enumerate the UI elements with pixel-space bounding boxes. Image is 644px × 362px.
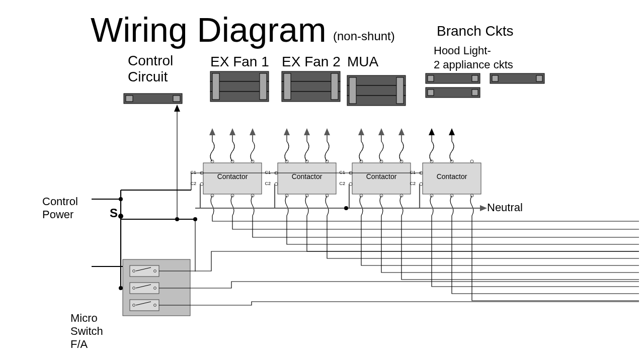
label-hood-light-2: 2 appliance ckts (434, 58, 513, 71)
breaker-branch-a (426, 73, 480, 83)
label-control-circuit-2: Circuit (128, 69, 168, 84)
svg-rect-26 (536, 75, 542, 81)
label-micro-3: F/A (70, 338, 88, 350)
contactor-1: Contactor C1 C2 (190, 160, 262, 197)
title-main: Wiring Diagram (91, 11, 327, 49)
label-control-power-2: Power (42, 208, 73, 221)
breaker-branch-c (490, 73, 544, 83)
svg-rect-2 (173, 96, 180, 102)
svg-rect-7 (260, 73, 267, 100)
svg-text:C1: C1 (339, 170, 345, 175)
label-neutral: Neutral (487, 201, 523, 214)
svg-marker-89 (229, 128, 235, 135)
svg-marker-92 (304, 128, 310, 135)
svg-rect-19 (428, 75, 434, 81)
label-ex-fan-2: EX Fan 2 (282, 54, 341, 69)
svg-text:C2: C2 (339, 181, 345, 186)
label-s: S (110, 206, 118, 220)
svg-rect-1 (126, 96, 133, 102)
breaker-branch-b (426, 87, 480, 98)
label-control-power-1: Control (42, 195, 78, 208)
svg-point-120 (344, 206, 348, 210)
svg-rect-20 (472, 75, 478, 81)
svg-text:Contactor: Contactor (437, 172, 467, 180)
svg-text:Contactor: Contactor (366, 172, 397, 180)
micro-switch-block (123, 259, 190, 316)
breaker-exfan2 (282, 71, 340, 102)
svg-marker-94 (358, 128, 364, 135)
svg-rect-6 (212, 73, 219, 100)
svg-marker-91 (284, 128, 290, 135)
svg-point-110 (175, 217, 179, 221)
svg-point-105 (119, 286, 123, 290)
svg-rect-25 (492, 75, 498, 81)
output-arrows (209, 128, 455, 161)
svg-marker-95 (378, 128, 384, 135)
breaker-mua (347, 75, 406, 106)
svg-rect-36 (130, 300, 159, 311)
bottom-bus (211, 196, 639, 301)
svg-text:C1: C1 (410, 170, 416, 175)
svg-text:Contactor: Contactor (217, 172, 248, 180)
label-micro-2: Switch (70, 325, 103, 337)
svg-rect-16 (349, 77, 356, 104)
svg-rect-23 (472, 89, 478, 96)
svg-marker-98 (449, 128, 455, 135)
contactor-2: Contactor C1 C2 (265, 160, 336, 197)
svg-text:Contactor: Contactor (292, 172, 323, 180)
svg-marker-90 (250, 128, 256, 135)
svg-marker-100 (174, 105, 180, 112)
svg-text:C2: C2 (265, 181, 271, 186)
svg-point-80 (470, 160, 473, 163)
label-control-circuit-1: Control (128, 53, 173, 68)
label-mua: MUA (347, 54, 379, 69)
svg-marker-96 (398, 128, 405, 135)
svg-marker-88 (209, 128, 215, 135)
svg-text:C1: C1 (265, 170, 271, 175)
label-branch-ckts: Branch Ckts (437, 23, 514, 39)
svg-rect-32 (130, 283, 159, 294)
breaker-exfan1 (210, 71, 269, 102)
svg-point-104 (118, 214, 123, 219)
svg-rect-12 (331, 73, 338, 100)
svg-rect-17 (396, 77, 404, 104)
svg-text:C2: C2 (410, 181, 416, 186)
svg-rect-22 (428, 89, 434, 96)
breaker-control (124, 94, 182, 104)
label-hood-light-1: Hood Light- (434, 44, 491, 57)
svg-rect-28 (130, 265, 159, 277)
control-up (174, 105, 180, 219)
svg-marker-119 (480, 205, 487, 211)
micro-runs (159, 219, 639, 305)
svg-rect-11 (284, 73, 291, 100)
svg-marker-97 (429, 128, 435, 135)
label-ex-fan-1: EX Fan 1 (210, 54, 269, 69)
contactor-4: Contactor C1 C2 (410, 160, 481, 197)
title-sub: (non-shunt) (333, 29, 395, 43)
svg-marker-93 (324, 128, 330, 135)
contactor-3: Contactor C1 C2 (339, 160, 411, 197)
label-micro-1: Micro (70, 312, 98, 324)
